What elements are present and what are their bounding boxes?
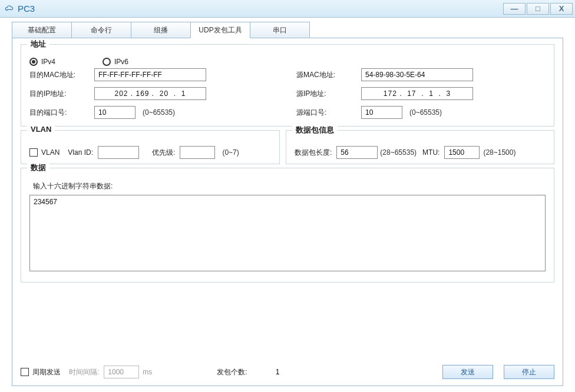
src-mac-label: 源MAC地址: — [296, 70, 361, 80]
dst-ip-label: 目的IP地址: — [29, 89, 94, 99]
dst-port-input[interactable] — [94, 106, 136, 119]
src-mac-input[interactable] — [361, 68, 473, 81]
radio-label: IPv6 — [114, 58, 128, 66]
periodic-send-checkbox[interactable]: 周期发送 — [21, 367, 61, 377]
checkbox-label: VLAN — [41, 148, 60, 157]
tab-label: 命令行 — [91, 25, 112, 35]
titlebar: PC3 — □ X — [0, 0, 575, 18]
radio-label: IPv4 — [41, 58, 55, 66]
hex-input-label: 输入十六进制字符串数据: — [33, 181, 546, 191]
button-label: 停止 — [522, 367, 536, 377]
group-vlan: VLAN VLAN Vlan ID: 优先级: (0~7) — [21, 130, 280, 164]
port-range-hint: (0~65535) — [409, 108, 442, 117]
src-ip-label: 源IP地址: — [296, 89, 361, 99]
src-port-input[interactable] — [361, 106, 402, 119]
vlan-id-label: Vlan ID: — [68, 148, 93, 157]
group-address: 地址 IPv4 IPv6 目的MAC地址: — [21, 44, 554, 127]
vlan-checkbox[interactable]: VLAN — [29, 148, 60, 157]
vlan-priority-hint: (0~7) — [222, 148, 239, 157]
count-value: 1 — [276, 368, 280, 376]
tab-serial[interactable]: 串口 — [250, 22, 310, 38]
hex-data-textarea[interactable] — [29, 195, 546, 271]
count-label: 发包个数: — [217, 367, 247, 377]
interval-unit: ms — [143, 368, 152, 376]
group-legend: 地址 — [27, 39, 49, 49]
group-payload: 数据 输入十六进制字符串数据: — [21, 168, 554, 283]
mtu-input[interactable] — [444, 146, 480, 159]
src-port-label: 源端口号: — [296, 108, 361, 118]
footer-bar: 周期发送 时间间隔: ms 发包个数: 1 发送 停止 — [21, 363, 554, 381]
tab-label: 基础配置 — [28, 25, 56, 35]
maximize-button[interactable]: □ — [527, 3, 549, 15]
radio-dot-icon — [103, 58, 111, 66]
radio-ipv6[interactable]: IPv6 — [103, 58, 128, 66]
packet-length-input[interactable] — [336, 146, 378, 159]
button-label: 发送 — [461, 367, 475, 377]
group-packet-info: 数据包信息 数据包长度: (28~65535) MTU: (28~1500) — [286, 130, 554, 164]
packet-length-label: 数据包长度: — [295, 148, 332, 158]
group-legend: 数据 — [27, 162, 49, 173]
radio-ipv4[interactable]: IPv4 — [29, 58, 55, 66]
vlan-priority-label: 优先级: — [152, 148, 175, 158]
close-button[interactable]: X — [550, 3, 573, 15]
tab-multicast[interactable]: 组播 — [131, 22, 191, 38]
vlan-id-input[interactable] — [98, 146, 139, 159]
src-ip-input[interactable] — [361, 87, 473, 100]
dst-ip-input[interactable] — [94, 87, 206, 100]
group-legend: VLAN — [27, 125, 55, 134]
vlan-priority-input[interactable] — [180, 146, 215, 159]
packet-length-hint: (28~65535) — [380, 148, 417, 157]
tab-cmdline[interactable]: 命令行 — [71, 22, 131, 38]
checkbox-box-icon — [29, 148, 38, 157]
port-range-hint: (0~65535) — [143, 108, 175, 117]
interval-input — [104, 366, 139, 378]
window-title: PC3 — [18, 4, 502, 14]
tab-label: UDP发包工具 — [199, 25, 242, 35]
tab-label: 串口 — [273, 25, 287, 35]
radio-dot-icon — [29, 58, 38, 66]
tab-content: 地址 IPv4 IPv6 目的MAC地址: — [12, 38, 563, 386]
tab-udp-packet-tool[interactable]: UDP发包工具 — [190, 22, 250, 38]
dst-mac-label: 目的MAC地址: — [29, 70, 94, 80]
mtu-label: MTU: — [422, 148, 439, 157]
checkbox-box-icon — [21, 368, 29, 376]
dst-port-label: 目的端口号: — [29, 108, 94, 118]
stop-button[interactable]: 停止 — [504, 365, 554, 379]
minimize-button[interactable]: — — [503, 3, 526, 15]
group-legend: 数据包信息 — [292, 125, 338, 135]
tabstrip: 基础配置 命令行 组播 UDP发包工具 串口 — [12, 21, 571, 38]
tab-label: 组播 — [154, 25, 168, 35]
app-icon — [5, 4, 14, 14]
interval-label: 时间间隔: — [69, 367, 99, 377]
send-button[interactable]: 发送 — [442, 365, 493, 379]
checkbox-label: 周期发送 — [32, 367, 61, 377]
mtu-hint: (28~1500) — [483, 148, 515, 157]
app-body: 基础配置 命令行 组播 UDP发包工具 串口 地址 IPv4 IPv6 — [0, 18, 575, 392]
tab-basic-config[interactable]: 基础配置 — [12, 22, 72, 38]
dst-mac-input[interactable] — [94, 68, 206, 81]
